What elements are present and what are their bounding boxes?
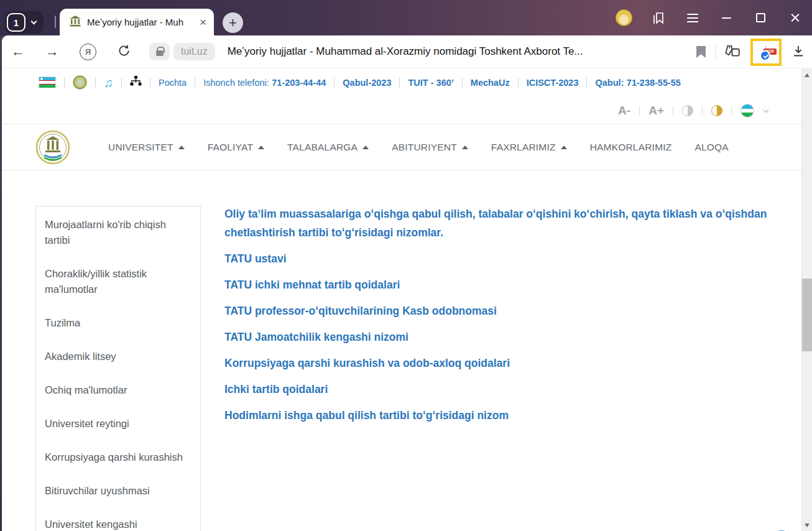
sidebar-item-akademik-litsey[interactable]: Akademik litsey — [45, 349, 191, 364]
new-tab-button[interactable]: + — [223, 12, 243, 33]
sitemap-icon[interactable] — [130, 76, 142, 89]
window-maximize-button[interactable] — [744, 13, 778, 22]
menu-icon[interactable] — [675, 14, 709, 22]
tab-close-icon[interactable]: × — [198, 16, 208, 28]
divider — [715, 45, 716, 59]
tab-count-label: 1 — [7, 13, 25, 32]
site-favicon-icon — [69, 15, 81, 30]
page-scrollbar[interactable] — [801, 68, 812, 531]
window-minimize-button[interactable] — [709, 17, 744, 19]
check-badge-icon — [760, 50, 770, 61]
chevron-down-icon[interactable] — [25, 21, 42, 24]
bookmark-icon[interactable] — [696, 46, 706, 58]
site-navbar: UNIVERSITET FAOLIYAT TALABALARGA ABITURI… — [2, 124, 801, 170]
pdf-extension-highlight: PDF — [750, 39, 782, 66]
doc-link-jamoatchilik[interactable]: TATU Jamoatchilik kengashi nizomi — [224, 328, 784, 346]
nav-item-hamkorlarimiz[interactable]: HAMKORLARIMIZ — [590, 142, 672, 153]
chevron-down-icon[interactable] — [764, 107, 768, 112]
window-close-button[interactable] — [778, 12, 812, 23]
scrollbar-thumb[interactable] — [802, 279, 812, 351]
divider — [55, 16, 56, 28]
accessibility-bar: A- A+ — [618, 96, 768, 124]
main-navigation: UNIVERSITET FAOLIYAT TALABALARGA ABITURI… — [108, 142, 729, 153]
address-bar: ← → Я tuit.uz Meʼyoriy hujjatlar - Muham… — [2, 35, 812, 68]
sidebar-item-korrupsiya[interactable]: Korrupsiyaga qarshi kurashish — [45, 450, 191, 465]
web-page: ♫ Pochta Ishonch telefoni: 71-203-44-44 … — [2, 68, 801, 531]
language-flag-icon[interactable] — [740, 104, 754, 118]
doc-link-kasb-odobnomasi[interactable]: TATU professor-oʻqituvchilarining Kasb o… — [224, 302, 784, 320]
sidebar-item-kengash[interactable]: Universitet kengashi — [45, 517, 191, 531]
sidebar-item-tuzilma[interactable]: Tuzilma — [45, 315, 191, 331]
admission-phone-label[interactable]: Qabul: — [595, 78, 624, 88]
link-tuit-360[interactable]: TUIT - 360ʼ — [408, 78, 453, 88]
doc-link-nizomlar[interactable]: Oliy taʼlim muassasalariga oʻqishga qabu… — [224, 205, 772, 242]
document-list: Oliy taʼlim muassasalariga oʻqishga qabu… — [224, 205, 784, 432]
nav-item-abituriyent[interactable]: ABITURIYENT — [392, 142, 468, 153]
trust-phone-number[interactable]: 71-203-44-44 — [272, 78, 326, 88]
url-domain[interactable]: tuit.uz — [173, 43, 215, 60]
doc-link-ichki-tartib[interactable]: Ichki tartib qoidalari — [224, 380, 784, 399]
doc-link-korrupsiya-qoidalari[interactable]: Korrupsiyaga qarshi kurashish va odob-ax… — [224, 354, 784, 372]
lock-icon[interactable] — [149, 43, 170, 60]
sidebar-item-bitiruvchilar[interactable]: Bitiruvchilar uyushmasi — [45, 483, 191, 499]
link-qabul-2023[interactable]: Qabul-2023 — [343, 78, 391, 88]
collections-icon[interactable] — [725, 43, 741, 62]
nav-item-talabalarga[interactable]: TALABALARGA — [287, 142, 369, 153]
nav-item-aloqa[interactable]: ALOQA — [694, 142, 728, 153]
link-icisct-2023[interactable]: ICISCT-2023 — [527, 78, 579, 88]
back-button[interactable]: ← — [11, 44, 25, 60]
trust-phone-label[interactable]: Ishonch telefoni: — [203, 78, 269, 88]
doc-link-mehnat-tartib[interactable]: TATU ichki mehnat tartib qoidalari — [224, 275, 784, 294]
forward-button[interactable]: → — [45, 44, 59, 60]
bookmarks-panel-icon[interactable] — [641, 11, 675, 25]
state-emblem-icon[interactable] — [73, 75, 87, 90]
anthem-music-icon[interactable]: ♫ — [104, 76, 113, 89]
sidebar-item-statistika[interactable]: Choraklik/yillik statistik ma'lumotlar — [45, 266, 191, 297]
scrollbar-up-icon[interactable] — [805, 73, 810, 77]
nav-item-faxrlarimiz[interactable]: FAXRLARIMIZ — [491, 142, 567, 153]
caret-icon — [362, 145, 369, 149]
sidebar-menu: Murojaatlarni ko'rib chiqish tartibi Cho… — [35, 206, 201, 531]
uzbekistan-flag-icon[interactable] — [39, 76, 56, 88]
profile-avatar[interactable] — [607, 9, 641, 26]
scrollbar-down-icon[interactable] — [805, 524, 810, 527]
sidebar-item-murojaatlar[interactable]: Murojaatlarni ko'rib chiqish tartibi — [45, 217, 191, 248]
font-increase-button[interactable]: A+ — [648, 104, 664, 118]
browser-tab[interactable]: Meʼyoriy hujjatlar - Muh × — [60, 9, 214, 35]
nav-item-universitet[interactable]: UNIVERSITET — [108, 142, 185, 153]
doc-link-hodimlar-nizom[interactable]: Hodimlarni ishga qabul qilish tartibi to… — [224, 406, 784, 425]
caret-icon — [178, 145, 185, 149]
contrast-gold-toggle-icon[interactable] — [711, 105, 722, 116]
doc-link-ustav[interactable]: TATU ustavi — [224, 249, 784, 268]
browser-titlebar: 1 Meʼyoriy hujjatlar - Muh × + — [0, 0, 812, 35]
pdf-extension-button[interactable]: PDF — [765, 47, 767, 58]
caret-icon — [561, 145, 567, 149]
caret-icon — [258, 145, 264, 149]
link-mechauz[interactable]: MechaUz — [471, 78, 510, 88]
font-decrease-button[interactable]: A- — [618, 104, 630, 118]
reload-icon[interactable] — [117, 44, 131, 60]
admission-phone-number[interactable]: 71-238-55-55 — [627, 78, 681, 88]
nav-item-faoliyat[interactable]: FAOLIYAT — [208, 142, 264, 153]
link-pochta[interactable]: Pochta — [159, 78, 187, 88]
sidebar-item-ochiq-malumotlar[interactable]: Ochiq ma'lumotlar — [45, 382, 191, 398]
download-icon[interactable] — [791, 44, 806, 61]
address-page-title[interactable]: Meʼyoriy hujjatlar - Muhammad al-Xorazmi… — [228, 45, 583, 58]
university-logo[interactable] — [36, 131, 70, 164]
site-utility-bar: ♫ Pochta Ishonch telefoni: 71-203-44-44 … — [2, 68, 801, 96]
tab-counter[interactable]: 1 — [5, 11, 44, 34]
sidebar-item-reyting[interactable]: Universitet reytingi — [45, 416, 191, 432]
tab-title: Meʼyoriy hujjatlar - Muh — [87, 17, 193, 27]
yandex-icon[interactable]: Я — [80, 44, 96, 60]
contrast-toggle-icon[interactable] — [682, 105, 693, 116]
caret-icon — [462, 145, 468, 149]
browser-window: ← → Я tuit.uz Meʼyoriy hujjatlar - Muham… — [0, 35, 812, 531]
